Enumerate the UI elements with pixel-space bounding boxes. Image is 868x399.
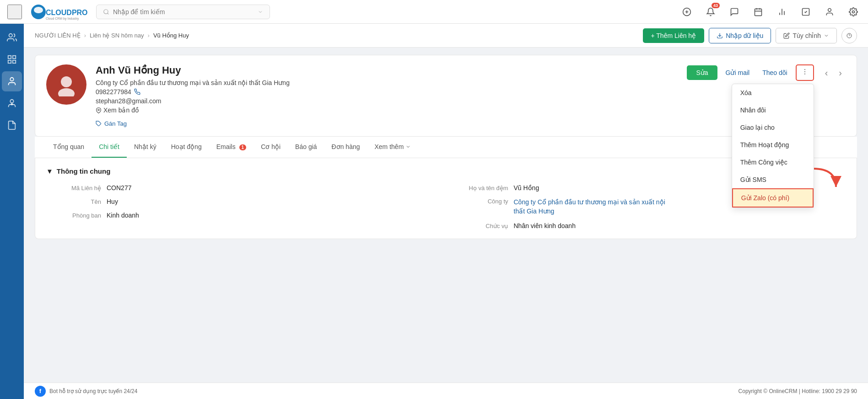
tab-emails[interactable]: Emails 1 [209, 137, 253, 158]
dropdown-item-add-task[interactable]: Thêm Công việc [732, 154, 814, 171]
sidebar [0, 24, 24, 399]
fields-grid: Mã Liên hệ CON277 Tên Huy Phòng ban Kinh… [46, 184, 846, 229]
record-email: stephan28@gmail.com [96, 97, 678, 105]
breadcrumb-level1[interactable]: NGƯỜI LIÊN HỆ [35, 32, 81, 39]
svg-point-26 [804, 69, 805, 70]
record-map[interactable]: Xem bản đồ [96, 106, 678, 114]
emails-badge: 1 [239, 144, 247, 150]
next-record-button[interactable]: › [835, 66, 846, 80]
svg-rect-6 [755, 9, 762, 16]
svg-point-4 [104, 9, 108, 13]
tab-tong-quan[interactable]: Tổng quan [46, 137, 92, 158]
dropdown-item-send-zalo[interactable]: Gửi Zalo (có phí) [732, 188, 814, 207]
record-phone: 0982277984 [96, 88, 678, 96]
field-chuc-vu: Chức vụ Nhân viên kinh doanh [453, 222, 846, 229]
section-title: ▼ Thông tin chung [46, 167, 846, 175]
search-bar[interactable] [96, 5, 270, 19]
field-label-phong-ban: Phòng ban [46, 212, 101, 219]
notification-button[interactable]: 43 [703, 5, 718, 19]
send-mail-button[interactable]: Gửi mail [721, 65, 755, 80]
breadcrumb-bar: NGƯỜI LIÊN HỆ › Liên hệ SN hôm nay › Vũ … [24, 24, 868, 48]
tasks-button[interactable] [798, 5, 813, 19]
settings-button[interactable] [846, 5, 861, 19]
tab-xem-them[interactable]: Xem thêm [367, 137, 419, 158]
sidebar-item-leads[interactable] [2, 93, 22, 113]
svg-point-16 [10, 100, 13, 103]
record-name: Anh Vũ Hồng Huy [96, 64, 678, 76]
edit-button[interactable]: Sửa [687, 65, 717, 80]
svg-point-24 [98, 109, 99, 110]
more-actions-wrap: Xóa Nhân đôi Giao lại cho Thêm Hoạt động… [796, 64, 814, 81]
sidebar-item-documents[interactable] [2, 115, 22, 135]
top-nav: CLOUDPRO Cloud CRM by Industry 43 [0, 0, 868, 24]
record-header: Anh Vũ Hồng Huy Công ty Cổ phần đầu tư t… [46, 64, 846, 127]
field-value-ho: Vũ Hồng [514, 184, 539, 192]
field-value-cong-ty[interactable]: Công ty Cổ phần đầu tư thương mại và sản… [514, 198, 669, 216]
svg-point-28 [804, 74, 805, 74]
tag-icon [96, 121, 102, 127]
svg-point-27 [804, 71, 805, 72]
breadcrumb-sep2: › [148, 32, 150, 39]
more-button[interactable] [796, 64, 814, 81]
svg-point-9 [852, 11, 855, 13]
customize-label: Tùy chỉnh [793, 32, 821, 39]
chat-button[interactable] [727, 5, 742, 19]
hamburger-button[interactable] [7, 5, 22, 19]
breadcrumb-level2[interactable]: Liên hệ SN hôm nay [90, 32, 144, 39]
search-icon [103, 9, 109, 15]
field-value-phong-ban: Kinh doanh [107, 212, 139, 219]
customize-button[interactable]: Tùy chỉnh [776, 28, 837, 43]
dropdown-item-reassign[interactable]: Giao lại cho [732, 119, 814, 136]
dropdown-item-duplicate[interactable]: Nhân đôi [732, 101, 814, 119]
help-button[interactable] [841, 28, 857, 43]
svg-point-1 [34, 7, 43, 13]
record-company: Công ty Cổ phần đầu tư thương mại và sản… [96, 79, 678, 86]
sidebar-item-contacts[interactable] [2, 27, 22, 48]
tab-nhat-ky[interactable]: Nhật ký [127, 137, 164, 158]
sidebar-item-person[interactable] [2, 71, 22, 91]
profile-button[interactable] [822, 5, 837, 19]
tab-hoat-dong[interactable]: Hoạt động [164, 137, 209, 158]
svg-rect-14 [8, 60, 11, 63]
field-value-chuc-vu: Nhân viên kinh doanh [514, 222, 576, 229]
field-ten: Tên Huy [46, 198, 439, 205]
chevron-down-icon [405, 144, 411, 149]
field-value-ma: CON277 [107, 184, 131, 192]
svg-text:CLOUDPRO: CLOUDPRO [46, 9, 88, 16]
field-ma-lien-he: Mã Liên hệ CON277 [46, 184, 439, 192]
svg-rect-12 [13, 56, 16, 59]
tab-co-hoi[interactable]: Cơ hội [253, 137, 288, 158]
field-label-chuc-vu: Chức vụ [453, 223, 508, 229]
dropdown-item-delete[interactable]: Xóa [732, 84, 814, 101]
chevron-down-icon [258, 9, 263, 15]
dropdown-menu: Xóa Nhân đôi Giao lại cho Thêm Hoạt động… [732, 84, 814, 208]
tab-chi-tiet[interactable]: Chi tiết [92, 137, 127, 158]
gan-tag-button[interactable]: Gán Tag [96, 120, 678, 127]
import-label: Nhập dữ liệu [726, 32, 763, 39]
import-button[interactable]: Nhập dữ liệu [709, 28, 771, 43]
logo: CLOUDPRO Cloud CRM by Industry [29, 3, 89, 21]
svg-rect-11 [8, 56, 11, 59]
dropdown-item-add-activity[interactable]: Thêm Hoạt động [732, 136, 814, 154]
prev-record-button[interactable]: ‹ [821, 66, 832, 80]
add-contact-button[interactable]: + Thêm Liên hệ [643, 28, 705, 43]
analytics-button[interactable] [775, 5, 789, 19]
footer-copyright: Copyright © OnlineCRM | Hotline: 1900 29… [739, 388, 857, 394]
add-button[interactable] [679, 5, 694, 19]
field-label-cong-ty: Công ty [453, 198, 508, 205]
search-input[interactable] [113, 8, 254, 16]
record-actions: Sửa Gửi mail Theo dõi Xóa Nhân đôi Giao … [687, 64, 846, 81]
calendar-button[interactable] [751, 5, 766, 19]
messenger-icon: f [35, 386, 46, 397]
section-toggle[interactable]: ▼ [46, 167, 53, 175]
sidebar-item-dashboard[interactable] [2, 49, 22, 69]
tab-bao-gia[interactable]: Báo giá [288, 137, 324, 158]
dropdown-item-send-sms[interactable]: Gửi SMS [732, 171, 814, 188]
follow-button[interactable]: Theo dõi [758, 65, 792, 80]
footer-bot-text: Bot hỗ trợ sử dụng trực tuyến 24/24 [49, 388, 137, 394]
record-card: Anh Vũ Hồng Huy Công ty Cổ phần đầu tư t… [35, 55, 857, 137]
svg-point-8 [828, 8, 831, 11]
avatar [46, 64, 86, 105]
tab-don-hang[interactable]: Đơn hàng [324, 137, 367, 158]
footer-bot[interactable]: f Bot hỗ trợ sử dụng trực tuyến 24/24 [35, 386, 137, 397]
